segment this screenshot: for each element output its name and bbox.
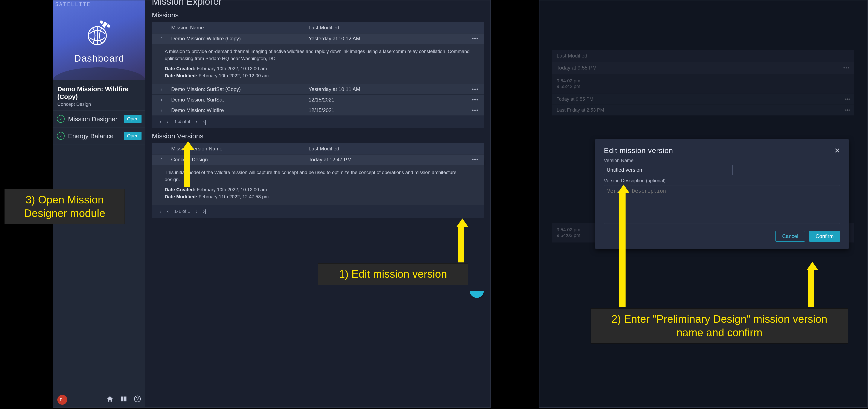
versions-section-title: Mission Versions	[152, 132, 484, 140]
versions-table: Mission Version Name Last Modified ˅ Con…	[152, 143, 484, 218]
col-last-modified: Last Modified	[309, 25, 467, 31]
book-icon[interactable]	[120, 395, 127, 404]
current-mission-block: Demo Mission: Wildfire (Copy) Concept De…	[53, 80, 145, 110]
help-icon[interactable]	[134, 395, 141, 404]
arrow-icon	[806, 262, 816, 307]
row-actions-icon[interactable]: •••	[467, 86, 484, 92]
cancel-button[interactable]: Cancel	[775, 231, 805, 242]
table-row[interactable]: › Demo Mission: SurfSat (Copy) Yesterday…	[152, 84, 484, 94]
pager-range: 1-1 of 1	[174, 209, 190, 214]
satellite-label: Satellite	[55, 1, 91, 7]
col-mission-name: Mission Name	[171, 25, 309, 31]
pager-range: 1-4 of 4	[174, 119, 190, 125]
version-desc-input[interactable]	[604, 185, 840, 224]
missions-table: Mission Name Last Modified ˅ Demo Missio…	[152, 22, 484, 128]
version-name-label: Version Name	[604, 158, 840, 163]
arrow-icon	[618, 184, 627, 307]
arrow-icon	[456, 218, 466, 263]
sidebar-footer: FL	[53, 392, 145, 407]
missions-table-header: Mission Name Last Modified	[152, 22, 484, 33]
module-mission-designer: ✓ Mission Designer Open	[53, 110, 145, 128]
check-icon: ✓	[57, 132, 65, 140]
svg-rect-2	[99, 20, 103, 24]
module-energy-balance: ✓ Energy Balance Open	[53, 128, 145, 144]
collapse-icon[interactable]: ˅	[152, 36, 171, 42]
annotation-1: 1) Edit mission version	[318, 263, 468, 285]
home-icon[interactable]	[106, 395, 114, 404]
edit-version-window: Last Modified Today at 9:55 PM ••• 9:54:…	[539, 0, 868, 408]
dashboard-title: Dashboard	[74, 53, 124, 64]
pager-next-icon[interactable]: ›	[196, 119, 197, 125]
dialog-title: Edit mission version	[604, 146, 673, 155]
avatar[interactable]: FL	[57, 395, 67, 405]
collapse-icon[interactable]: ˅	[152, 157, 171, 163]
row-actions-icon[interactable]: •••	[467, 157, 484, 163]
mission-detail: A mission to provide on-demand thermal i…	[152, 44, 484, 84]
table-row[interactable]: ˅ Concept Design Today at 12:47 PM •••	[152, 154, 484, 165]
version-name-input[interactable]	[604, 165, 733, 175]
module-label: Mission Designer	[68, 115, 121, 123]
pager-next-icon[interactable]: ›	[196, 208, 197, 214]
annotation-3: 3) Open Mission Designer module	[4, 189, 125, 224]
module-label: Energy Balance	[68, 132, 121, 139]
pager-first-icon[interactable]: |‹	[158, 119, 161, 125]
table-row[interactable]: ˅ Demo Mission: Wildfire (Copy) Yesterda…	[152, 33, 484, 44]
table-row[interactable]: › Demo Mission: SurfSat 12/15/2021 •••	[152, 94, 484, 105]
page-title: Mission Explorer	[152, 0, 484, 7]
current-mission-version: Concept Design	[57, 102, 141, 107]
pager-first-icon[interactable]: |‹	[158, 208, 161, 214]
current-mission-name: Demo Mission: Wildfire (Copy)	[57, 85, 141, 101]
arrow-icon	[182, 141, 191, 188]
pager-prev-icon[interactable]: ‹	[167, 208, 168, 214]
expand-icon[interactable]: ›	[152, 97, 171, 103]
versions-pager: |‹ ‹ 1-1 of 1 › ›|	[152, 205, 484, 218]
versions-table-header: Mission Version Name Last Modified	[152, 143, 484, 154]
pager-last-icon[interactable]: ›|	[203, 119, 206, 125]
globe-satellite-icon	[82, 16, 116, 51]
missions-section-title: Missions	[152, 11, 484, 19]
edit-mission-version-dialog: Edit mission version ✕ Version Name Vers…	[595, 139, 849, 249]
pager-prev-icon[interactable]: ‹	[167, 119, 168, 125]
pager-last-icon[interactable]: ›|	[203, 208, 206, 214]
svg-rect-3	[106, 24, 111, 28]
row-actions-icon[interactable]: •••	[467, 36, 484, 42]
open-energy-balance-button[interactable]: Open	[124, 132, 142, 140]
add-version-button[interactable]	[470, 284, 484, 298]
main-content: Mission Explorer Missions Mission Name L…	[145, 0, 490, 407]
expand-icon[interactable]: ›	[152, 86, 171, 92]
open-mission-designer-button[interactable]: Open	[124, 115, 142, 123]
row-actions-icon[interactable]: •••	[467, 97, 484, 103]
missions-pager: |‹ ‹ 1-4 of 4 › ›|	[152, 115, 484, 128]
row-actions-icon[interactable]: •••	[467, 107, 484, 113]
close-icon[interactable]: ✕	[834, 146, 840, 155]
annotation-2: 2) Enter "Preliminary Design" mission ve…	[591, 308, 848, 344]
version-desc-label: Version Description (optional)	[604, 178, 840, 183]
confirm-button[interactable]: Confirm	[809, 231, 840, 242]
expand-icon[interactable]: ›	[152, 107, 171, 113]
table-row[interactable]: › Demo Mission: Wildfire 12/15/2021 •••	[152, 105, 484, 115]
sidebar-header: Satellite Dashboard	[53, 0, 145, 80]
col-last-modified: Last Modified	[309, 146, 467, 152]
check-icon: ✓	[57, 115, 65, 123]
version-detail: This initial model of the Wildfire missi…	[152, 165, 484, 205]
